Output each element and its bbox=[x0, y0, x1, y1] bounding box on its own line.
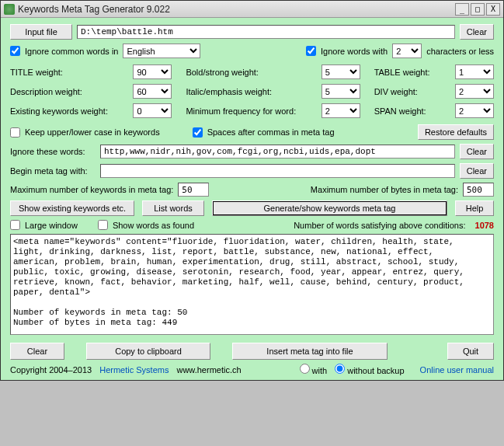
existing-weight-label: Existing keywords weight: bbox=[10, 106, 119, 116]
desc-weight-select[interactable]: 60 bbox=[133, 84, 172, 99]
copyright-label: Copyright 2004–2013 bbox=[10, 365, 92, 375]
bold-weight-label: Bold/strong weight: bbox=[186, 68, 307, 77]
output-textarea[interactable] bbox=[10, 234, 494, 335]
title-weight-label: TITLE weight: bbox=[10, 68, 119, 77]
input-file-field[interactable] bbox=[77, 25, 455, 39]
minimize-button[interactable]: _ bbox=[455, 3, 469, 16]
ignore-common-checkbox[interactable] bbox=[10, 46, 20, 56]
user-manual-link[interactable]: Online user manual bbox=[420, 365, 494, 375]
output-clear-button[interactable]: Clear bbox=[10, 343, 64, 360]
large-window-checkbox[interactable] bbox=[10, 220, 20, 230]
ignore-common-label: Ignore common words in bbox=[25, 47, 118, 56]
quit-button[interactable]: Quit bbox=[447, 343, 494, 360]
div-weight-select[interactable]: 2 bbox=[455, 84, 494, 99]
titlebar[interactable]: Keywords Meta Tag Generator 9.022 _ □ X bbox=[1, 1, 503, 18]
desc-weight-label: Description weight: bbox=[10, 87, 119, 96]
minfreq-select[interactable]: 2 bbox=[322, 103, 360, 118]
copy-clipboard-button[interactable]: Copy to clipboard bbox=[86, 343, 210, 360]
window-title: Keywords Meta Tag Generator 9.022 bbox=[18, 4, 455, 15]
url-label: www.hermetic.ch bbox=[176, 365, 241, 375]
with-backup-radio-label[interactable]: with bbox=[300, 364, 328, 375]
large-window-label: Large window bbox=[25, 221, 78, 230]
list-words-button[interactable]: List words bbox=[142, 200, 204, 216]
app-window: Keywords Meta Tag Generator 9.022 _ □ X … bbox=[0, 0, 504, 381]
satisfying-count: 1078 bbox=[475, 221, 494, 230]
keep-case-label: Keep upper/lower case in keywords bbox=[25, 127, 160, 137]
begin-meta-label: Begin meta tag with: bbox=[10, 166, 96, 176]
without-backup-radio-label[interactable]: without backup bbox=[335, 364, 404, 375]
show-words-found-checkbox[interactable] bbox=[98, 220, 108, 230]
help-button[interactable]: Help bbox=[455, 200, 494, 216]
show-words-found-label: Show words as found bbox=[113, 221, 194, 230]
ignore-words-field[interactable] bbox=[100, 145, 455, 159]
spaces-after-commas-checkbox[interactable] bbox=[193, 127, 203, 138]
div-weight-label: DIV weight: bbox=[374, 87, 441, 96]
title-weight-select[interactable]: 90 bbox=[133, 64, 172, 79]
max-keywords-field[interactable] bbox=[178, 183, 209, 197]
max-bytes-field[interactable] bbox=[463, 183, 494, 197]
without-backup-radio[interactable] bbox=[335, 364, 345, 374]
existing-weight-select[interactable]: 0 bbox=[133, 103, 172, 118]
keep-case-checkbox[interactable] bbox=[10, 127, 20, 138]
ignore-words-with-checkbox[interactable] bbox=[306, 46, 316, 56]
weights-grid: TITLE weight: 90 Bold/strong weight: 5 T… bbox=[10, 64, 494, 118]
maximize-button[interactable]: □ bbox=[471, 3, 485, 16]
generate-button[interactable]: Generate/show keywords meta tag bbox=[212, 200, 447, 216]
app-icon bbox=[4, 4, 15, 15]
language-select[interactable]: English bbox=[123, 44, 200, 58]
italic-weight-label: Italic/emphasis weight: bbox=[186, 87, 307, 96]
italic-weight-select[interactable]: 5 bbox=[322, 84, 360, 99]
ignore-words-with-label: Ignore words with bbox=[321, 47, 388, 56]
char-count-select[interactable]: 2 bbox=[392, 44, 422, 58]
restore-defaults-button[interactable]: Restore defaults bbox=[418, 124, 494, 140]
footer: Copyright 2004–2013 Hermetic Systems www… bbox=[10, 364, 494, 375]
table-weight-label: TABLE weight: bbox=[374, 68, 441, 77]
hermetic-link[interactable]: Hermetic Systems bbox=[99, 365, 169, 375]
bold-weight-select[interactable]: 5 bbox=[322, 64, 360, 79]
satisfying-label: Number of words satisfying above conditi… bbox=[294, 221, 465, 230]
ignore-words-label: Ignore these words: bbox=[10, 147, 96, 156]
spaces-after-commas-label: Spaces after commas in meta tag bbox=[207, 127, 335, 137]
span-weight-select[interactable]: 2 bbox=[455, 103, 494, 118]
table-weight-select[interactable]: 1 bbox=[455, 64, 494, 79]
input-file-clear-button[interactable]: Clear bbox=[460, 24, 494, 40]
char-suffix-label: characters or less bbox=[426, 47, 494, 56]
input-file-button[interactable]: Input file bbox=[10, 24, 72, 40]
begin-meta-clear-button[interactable]: Clear bbox=[460, 163, 494, 179]
max-bytes-label: Maximum number of bytes in meta tag: bbox=[311, 185, 458, 194]
content-area: Input file Clear Ignore common words in … bbox=[1, 18, 503, 380]
minfreq-label: Minimum frequency for word: bbox=[186, 106, 307, 116]
max-keywords-label: Maximum number of keywords in meta tag: bbox=[10, 185, 173, 194]
close-button[interactable]: X bbox=[486, 3, 500, 16]
span-weight-label: SPAN weight: bbox=[374, 106, 441, 116]
with-backup-radio[interactable] bbox=[300, 364, 310, 374]
insert-meta-button[interactable]: Insert meta tag into file bbox=[232, 343, 388, 360]
ignore-words-clear-button[interactable]: Clear bbox=[460, 144, 494, 159]
show-existing-button[interactable]: Show existing keywords etc. bbox=[10, 200, 134, 216]
begin-meta-field[interactable] bbox=[100, 164, 455, 178]
